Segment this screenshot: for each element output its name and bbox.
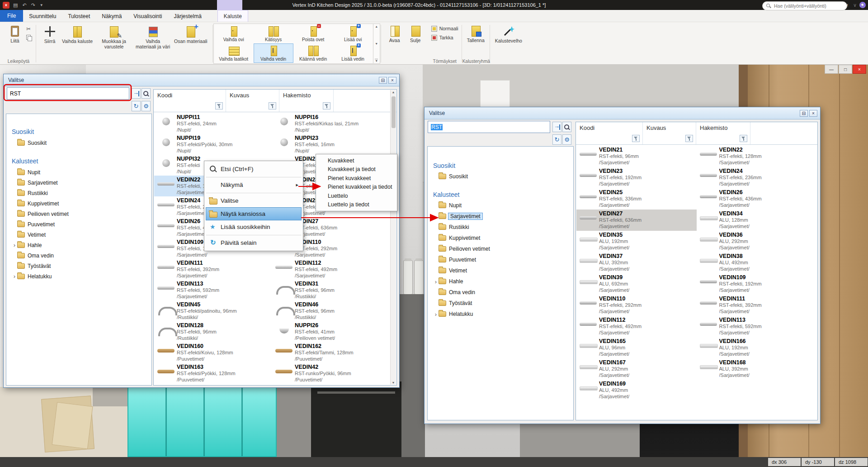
expander-icon[interactable]: › [12,273,17,280]
ribbon-tool-button[interactable]: Vaihda kaluste [60,24,94,45]
save-cabinet-button[interactable]: Tallenna [465,24,486,44]
redo-icon[interactable]: ↷ [31,2,35,8]
cut-icon[interactable]: ✂ [26,26,32,32]
global-search-input[interactable] [773,3,843,9]
submenu-item[interactable]: Luettelo [316,191,397,200]
gallery-scroll-down-icon[interactable]: ▼ [375,42,378,45]
gallery-scroll-up-icon[interactable]: ▲ [375,25,378,28]
search-collapse-icon[interactable]: ∨ [853,2,857,9]
catalog-item[interactable]: VEDIN111 RST-efekti, 392mm /Sarjavetimet… [697,295,817,316]
catalog-item[interactable]: NUPPI26 RST-efekti, 41mm /Peilioven veti… [272,321,390,342]
dialog-close-icon[interactable]: × [809,110,817,117]
catalog-item[interactable]: VEDIN25 RST-efekti, 336mm /Sarjavetimet/ [576,188,697,210]
scroll-up-icon[interactable]: ▲ [392,91,395,94]
catalog-item[interactable]: VEDIN166 ALU, 192mm /Sarjavetimet/ [697,337,817,358]
search-go-button[interactable] [552,122,561,132]
search-info-icon[interactable]: ⓘ [859,2,864,9]
context-menu-item[interactable]: Näytä kansiossa [206,207,302,220]
column-kuvaus[interactable]: Kuvaus [226,90,279,112]
context-menu-item[interactable]: Etsi (Ctrl+F) [206,162,302,176]
collision-option[interactable]: Tarkka [431,33,458,42]
gallery-scrollbar[interactable]: ▲ ▼ ▼ [373,24,380,63]
tree-item[interactable]: Suosikit [12,138,151,148]
tree-item[interactable]: Sarjavetimet [12,177,151,188]
tree-item[interactable]: › Hahle [12,240,151,250]
dialog-dock-icon[interactable]: ⊟ [379,77,387,84]
tree-item[interactable]: Oma vedin [12,250,151,261]
catalog-item[interactable]: VEDIN162 RST-efekti/Tammi, 128mm /Puuvet… [272,342,390,363]
settings-gear-button[interactable]: ⚙ [562,134,571,145]
tree-item[interactable]: Kuppivetimet [12,198,151,209]
catalog-item[interactable]: NUPPI19 RST-efekti/Pyökki, 30mm /Nupit/ [154,134,272,155]
submenu-item[interactable]: Kuvakkeet [316,156,397,165]
tree-item[interactable]: Kalusteet [433,189,573,200]
undo-icon[interactable]: ↶ [22,2,26,8]
save-icon[interactable]: ▤ [13,2,18,8]
catalog-item[interactable]: VEDIN35 ALU, 192mm /Sarjavetimet/ [576,231,697,252]
catalog-item[interactable]: VEDIN112 RST-efekti, 492mm /Sarjavetimet… [272,259,390,280]
dialog-dock-icon[interactable]: ⊟ [800,110,808,117]
catalog-item[interactable]: VEDIN167 ALU, 292mm /Sarjavetimet/ [576,358,697,380]
qat-dropdown-icon[interactable]: ▼ [40,3,43,7]
list-scrollbar[interactable]: ▲ ▼ [390,90,396,385]
tree-item[interactable]: Rustiikki [433,222,573,233]
catalog-item[interactable]: VEDIN31 RST-efekti, 96mm /Rustiikki/ [272,280,390,300]
column-hakemisto[interactable]: Hakemisto [279,90,334,112]
catalog-item[interactable]: VEDIN46 RST-efekti, 96mm /Rustiikki/ [272,300,390,321]
catalog-item[interactable]: VEDIN24 RST-efekti, 236mm /Sarjavetimet/ [697,167,817,188]
filter-icon[interactable] [740,135,747,142]
gallery-item[interactable]: + Lisää vedin [333,43,373,63]
tree-item[interactable]: Oma vedin [433,287,573,298]
catalog-item[interactable]: VEDIN110 RST-efekti, 292mm /Sarjavetimet… [576,295,697,316]
gallery-item[interactable]: Kätisyys [254,24,293,43]
catalog-item[interactable]: VEDIN42 RST-runko/Pyökki, 96mm /Puuvetim… [272,363,390,384]
refresh-button[interactable]: ↻ [132,101,141,111]
filter-icon[interactable] [215,102,223,110]
search-find-button[interactable] [562,122,571,132]
catalog-item[interactable]: VEDIN111 RST-efekti, 392mm /Sarjavetimet… [154,259,272,280]
catalog-item[interactable]: VEDIN22 RST-efekti, 128mm /Sarjavetimet/ [697,146,817,167]
search-find-button[interactable] [142,88,151,99]
dialog-title-bar[interactable]: Valitse ⊟ × [4,74,399,86]
catalog-item[interactable]: VEDIN23 RST-efekti, 192mm /Sarjavetimet/ [576,167,697,188]
submenu-item[interactable]: Pienet kuvakkeet [316,174,397,183]
search-go-button[interactable] [132,88,141,99]
filter-icon[interactable] [632,135,640,142]
context-menu-item[interactable]: Näkymä ▸ [206,177,302,191]
ribbon-tool-button[interactable]: Siirrä [39,24,60,45]
gallery-more-icon[interactable]: ▼ [375,59,378,62]
dialog-search-input[interactable]: RST [428,121,550,133]
catalog-item[interactable]: VEDIN113 RST-efekti, 592mm /Sarjavetimet… [154,280,272,300]
gallery-item[interactable]: Vaihda laatikot [214,43,254,63]
menu-tab[interactable]: Järjestelmä [168,10,207,22]
viewport-minimize-button[interactable]: — [825,65,838,74]
gallery-item[interactable]: – Poista ovet [293,24,333,43]
dialog-search-input[interactable]: RST [7,87,129,100]
tree-item[interactable]: Puuvetimet [12,219,151,229]
copy-icon[interactable] [26,35,32,40]
settings-gear-button[interactable]: ⚙ [142,101,151,111]
tree-item[interactable]: Kalusteet [12,155,151,167]
scrollbar-thumb[interactable] [392,96,396,128]
expander-icon[interactable]: › [433,311,439,318]
tree-item[interactable]: Työstävät [433,298,573,309]
menu-tab[interactable]: File [0,10,23,22]
tree-item[interactable]: Puuvetimet [433,254,573,265]
column-hakemisto[interactable]: Hakemisto [696,122,750,144]
collision-option[interactable]: Normaali [431,24,458,33]
gallery-item[interactable]: Vaihda ovi [214,24,254,43]
filter-icon[interactable] [269,102,276,110]
catalog-item[interactable]: VEDIN168 ALU, 392mm /Sarjavetimet/ [697,358,817,380]
expander-icon[interactable]: › [12,242,17,248]
catalog-item[interactable]: VEDIN163 RST-efekti/Pyökki, 128mm /Puuve… [154,363,272,384]
scroll-down-icon[interactable]: ▼ [392,381,395,384]
dialog-close-icon[interactable]: × [388,77,396,84]
catalog-item[interactable]: VEDIN37 ALU, 392mm /Sarjavetimet/ [576,252,697,273]
catalog-item[interactable]: VEDIN113 RST-efekti, 592mm /Sarjavetimet… [697,316,817,337]
expander-icon[interactable]: › [433,278,439,285]
gallery-item[interactable]: + Lisää ovi [333,24,373,43]
open-cabinet-button[interactable]: Avaa [384,24,405,44]
menu-tab[interactable]: Näkymä [96,10,127,22]
tree-item[interactable]: › Hahle [433,276,573,287]
column-koodi[interactable]: Koodi [576,122,643,144]
